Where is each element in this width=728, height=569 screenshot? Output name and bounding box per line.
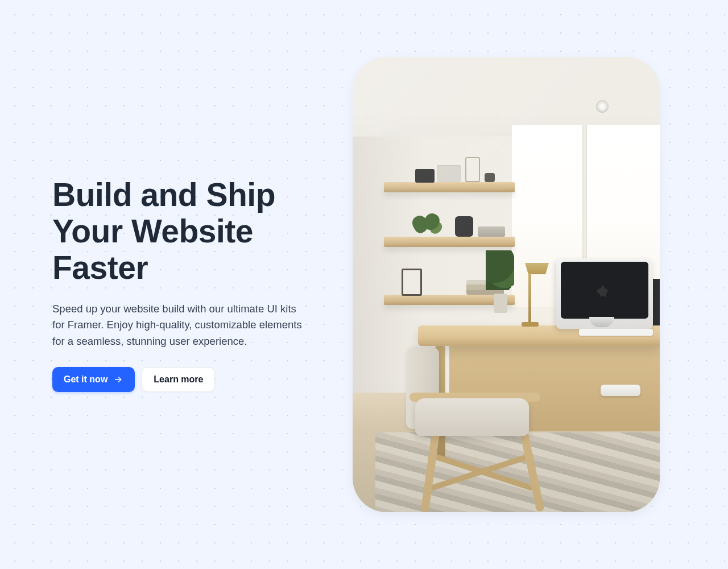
hero-text-block: Build and Ship Your Website Faster Speed… [52, 177, 337, 392]
secondary-cta-label: Learn more [154, 374, 203, 385]
hero-subtitle: Speed up your website build with our ult… [52, 301, 308, 350]
hero-image [353, 57, 660, 512]
learn-more-button[interactable]: Learn more [142, 367, 215, 392]
get-it-now-button[interactable]: Get it now [52, 367, 135, 392]
primary-cta-label: Get it now [64, 374, 107, 385]
hero-title: Build and Ship Your Website Faster [52, 177, 337, 286]
arrow-right-icon [113, 374, 123, 385]
cta-row: Get it now Learn more [52, 367, 337, 392]
hero-section: Build and Ship Your Website Faster Speed… [0, 0, 728, 569]
